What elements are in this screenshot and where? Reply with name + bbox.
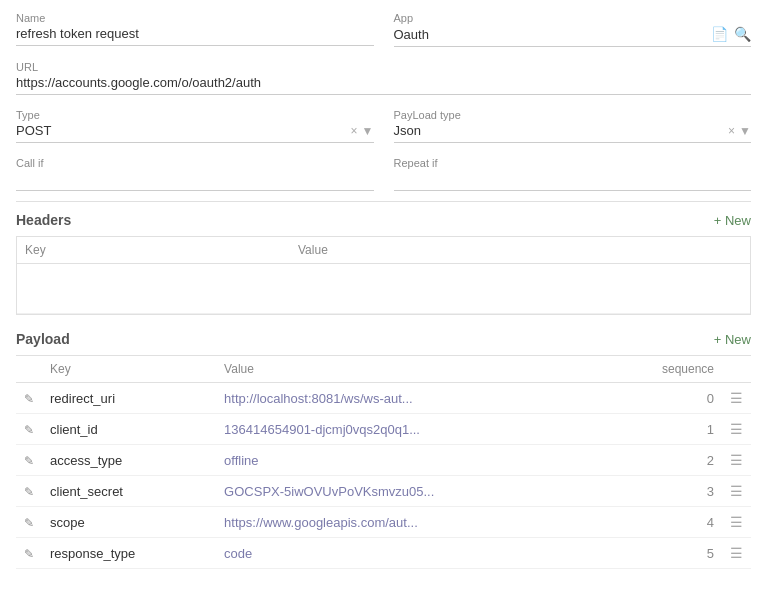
name-value[interactable]: refresh token request <box>16 26 374 46</box>
payload-row-menu-icon[interactable]: ☰ <box>722 414 751 445</box>
main-container: Name refresh token request App Oauth 📄 🔍… <box>0 0 767 581</box>
payload-type-label: PayLoad type <box>394 109 752 121</box>
payload-row-edit-icon[interactable]: ✎ <box>16 507 42 538</box>
type-value[interactable]: POST <box>16 123 351 138</box>
payload-table-container: Key Value sequence ✎ redirect_uri http:/… <box>16 355 751 569</box>
payload-row-key: redirect_uri <box>42 383 216 414</box>
payload-row-key: scope <box>42 507 216 538</box>
payload-row: ✎ client_secret GOCSPX-5iwOVUvPoVKsmvzu0… <box>16 476 751 507</box>
call-if-label: Call if <box>16 157 374 169</box>
payload-row-menu-icon[interactable]: ☰ <box>722 383 751 414</box>
payload-row-edit-icon[interactable]: ✎ <box>16 383 42 414</box>
payload-row-seq: 3 <box>605 476 722 507</box>
app-label: App <box>394 12 752 24</box>
type-label: Type <box>16 109 374 121</box>
call-repeat-row: Call if Repeat if <box>16 157 751 191</box>
payload-row-value: GOCSPX-5iwOVUvPoVKsmvzu05... <box>216 476 605 507</box>
payload-row-seq: 0 <box>605 383 722 414</box>
payload-section-header: Payload + New <box>16 331 751 347</box>
type-clear-btn[interactable]: × <box>351 124 358 138</box>
payload-row-value: 136414654901-djcmj0vqs2q0q1... <box>216 414 605 445</box>
payload-row: ✎ access_type offline 2 ☰ <box>16 445 751 476</box>
payload-row-menu-icon[interactable]: ☰ <box>722 538 751 569</box>
payload-row-menu-icon[interactable]: ☰ <box>722 507 751 538</box>
headers-new-btn[interactable]: + New <box>714 213 751 228</box>
payload-row-edit-icon[interactable]: ✎ <box>16 538 42 569</box>
app-field-row: Oauth 📄 🔍 <box>394 26 752 47</box>
payload-new-btn[interactable]: + New <box>714 332 751 347</box>
payload-row-key: client_id <box>42 414 216 445</box>
payload-row: ✎ response_type code 5 ☰ <box>16 538 751 569</box>
payload-row-menu-icon[interactable]: ☰ <box>722 445 751 476</box>
name-field-group: Name refresh token request <box>16 12 374 47</box>
headers-value-col-header: Value <box>290 237 631 264</box>
payload-type-field-group: PayLoad type Json × ▼ <box>394 109 752 143</box>
payload-row-edit-icon[interactable]: ✎ <box>16 476 42 507</box>
payload-row-value: offline <box>216 445 605 476</box>
payload-type-clear-btn[interactable]: × <box>728 124 735 138</box>
payload-row: ✎ redirect_uri http://localhost:8081/ws/… <box>16 383 751 414</box>
payload-table: Key Value sequence ✎ redirect_uri http:/… <box>16 356 751 569</box>
payload-row-key: client_secret <box>42 476 216 507</box>
app-value[interactable]: Oauth <box>394 27 712 42</box>
payload-row-edit-icon[interactable]: ✎ <box>16 414 42 445</box>
payload-row-seq: 5 <box>605 538 722 569</box>
payload-row-value: code <box>216 538 605 569</box>
payload-row: ✎ scope https://www.googleapis.com/aut..… <box>16 507 751 538</box>
url-field-group: URL https://accounts.google.com/o/oauth2… <box>16 61 751 95</box>
repeat-if-label: Repeat if <box>394 157 752 169</box>
url-row: URL https://accounts.google.com/o/oauth2… <box>16 61 751 95</box>
type-field-group: Type POST × ▼ <box>16 109 374 143</box>
payload-type-value[interactable]: Json <box>394 123 729 138</box>
payload-key-col-header: Key <box>42 356 216 383</box>
headers-key-col-header: Key <box>17 237 290 264</box>
url-label: URL <box>16 61 751 73</box>
name-app-row: Name refresh token request App Oauth 📄 🔍 <box>16 12 751 47</box>
payload-row-key: response_type <box>42 538 216 569</box>
payload-row-edit-icon[interactable]: ✎ <box>16 445 42 476</box>
payload-row: ✎ client_id 136414654901-djcmj0vqs2q0q1.… <box>16 414 751 445</box>
headers-empty-row <box>17 264 750 314</box>
divider-1 <box>16 201 751 202</box>
search-icon[interactable]: 🔍 <box>734 26 751 42</box>
repeat-if-field: Repeat if <box>394 157 752 191</box>
app-icons: 📄 🔍 <box>711 26 751 42</box>
payload-row-value: http://localhost:8081/ws/ws-aut... <box>216 383 605 414</box>
payload-row-key: access_type <box>42 445 216 476</box>
payload-title: Payload <box>16 331 70 347</box>
document-icon[interactable]: 📄 <box>711 26 728 42</box>
payload-row-seq: 2 <box>605 445 722 476</box>
type-payload-row: Type POST × ▼ PayLoad type Json × ▼ <box>16 109 751 143</box>
name-label: Name <box>16 12 374 24</box>
type-field: POST × ▼ <box>16 123 374 143</box>
headers-table-container: Key Value <box>16 236 751 315</box>
app-field-group: App Oauth 📄 🔍 <box>394 12 752 47</box>
call-if-field: Call if <box>16 157 374 191</box>
payload-row-menu-icon[interactable]: ☰ <box>722 476 751 507</box>
payload-row-seq: 4 <box>605 507 722 538</box>
payload-type-controls: × ▼ <box>728 124 751 138</box>
call-if-value[interactable] <box>16 171 374 191</box>
payload-row-seq: 1 <box>605 414 722 445</box>
payload-seq-col-header: sequence <box>605 356 722 383</box>
type-dropdown-btn[interactable]: ▼ <box>362 124 374 138</box>
payload-row-value: https://www.googleapis.com/aut... <box>216 507 605 538</box>
url-value[interactable]: https://accounts.google.com/o/oauth2/aut… <box>16 75 751 95</box>
payload-type-dropdown-btn[interactable]: ▼ <box>739 124 751 138</box>
headers-title: Headers <box>16 212 71 228</box>
payload-type-field: Json × ▼ <box>394 123 752 143</box>
repeat-if-value[interactable] <box>394 171 752 191</box>
headers-section-header: Headers + New <box>16 212 751 228</box>
type-controls: × ▼ <box>351 124 374 138</box>
payload-value-col-header: Value <box>216 356 605 383</box>
headers-table: Key Value <box>17 237 750 314</box>
